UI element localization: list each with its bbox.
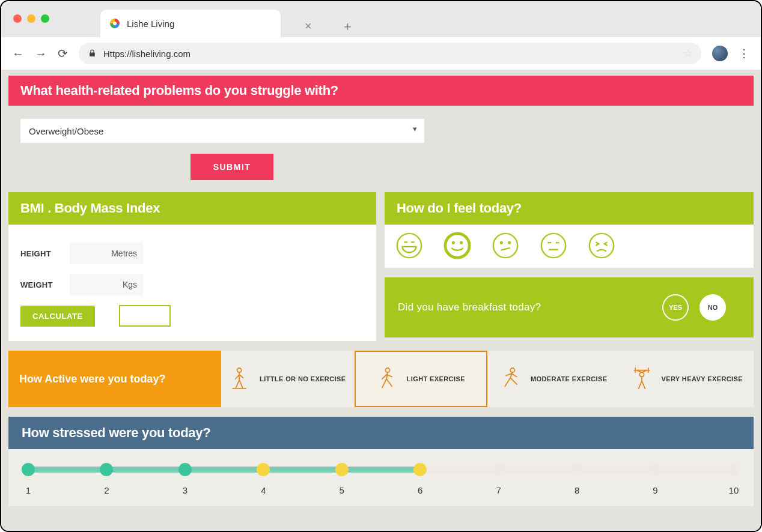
browser-window: Lishe Living × + ← → ⟳ Https://lishelivi…: [0, 0, 762, 532]
browser-tabbar: Lishe Living × +: [1, 1, 761, 37]
svg-point-8: [508, 242, 510, 244]
back-icon[interactable]: ←: [12, 47, 24, 61]
stress-dot-9[interactable]: [649, 463, 662, 476]
weight-input[interactable]: [70, 274, 143, 295]
stress-label-1: 1: [22, 485, 35, 495]
activity-card: How Active were you today? LITTLE OR NO …: [8, 351, 754, 407]
window-maximize-icon[interactable]: [41, 14, 49, 23]
stress-dot-7[interactable]: [492, 463, 505, 476]
url-text: Https://lisheliving.com: [103, 49, 190, 59]
tab-title: Lishe Living: [127, 19, 174, 29]
breakfast-question: Did you have breakfast today?: [398, 301, 651, 313]
health-problems-heading: What health-related problems do you stru…: [8, 76, 754, 106]
stress-dot-6[interactable]: [413, 463, 427, 476]
stress-card: How stressed were you today? 12345678910: [8, 417, 754, 506]
page-content: What health-related problems do you stru…: [1, 70, 761, 531]
health-condition-select[interactable]: Overweight/Obese: [20, 119, 424, 143]
stress-heading: How stressed were you today?: [8, 417, 754, 449]
stress-label-3: 3: [178, 485, 192, 495]
activity-heading: How Active were you today?: [8, 351, 221, 407]
mood-happy-icon[interactable]: [443, 232, 471, 259]
activity-option-light[interactable]: LIGHT EXERCISE: [355, 351, 488, 407]
address-bar[interactable]: Https://lisheliving.com ☆: [79, 43, 701, 64]
tab-close-icon[interactable]: ×: [305, 19, 312, 33]
person-running-icon: [501, 367, 522, 391]
breakfast-no-button[interactable]: NO: [700, 294, 726, 321]
svg-point-18: [640, 372, 644, 376]
activity-option-none[interactable]: LITTLE OR NO EXERCISE: [221, 351, 355, 407]
activity-option-label: MODERATE EXERCISE: [531, 375, 608, 382]
bmi-heading: BMI . Body Mass Index: [8, 192, 376, 225]
stress-dot-10[interactable]: [727, 463, 740, 476]
stress-label-9: 9: [649, 485, 662, 495]
svg-point-6: [493, 234, 517, 258]
stress-label-10: 10: [727, 485, 740, 495]
breakfast-yes-button[interactable]: YES: [662, 294, 689, 321]
bmi-result-box: [119, 305, 171, 327]
person-walking-icon: [377, 367, 398, 391]
weight-label: WEIGHT: [20, 280, 61, 289]
reload-icon[interactable]: ⟳: [58, 46, 68, 61]
svg-point-3: [445, 234, 469, 258]
stress-label-4: 4: [257, 485, 270, 495]
stress-dot-5[interactable]: [335, 463, 349, 476]
stress-label-5: 5: [335, 485, 349, 495]
submit-button[interactable]: SUBMIT: [190, 154, 274, 180]
active-tab[interactable]: Lishe Living: [100, 10, 281, 37]
stress-label-6: 6: [413, 485, 427, 495]
svg-point-0: [397, 234, 421, 258]
kebab-menu-icon[interactable]: ⋮: [739, 47, 750, 60]
stress-dot-2[interactable]: [100, 463, 113, 476]
mood-card: How do I feel today?: [385, 192, 754, 268]
stress-dot-8[interactable]: [570, 463, 584, 476]
chrome-favicon-icon: [110, 19, 120, 28]
stress-dot-1[interactable]: [22, 463, 35, 476]
health-problems-body: Overweight/Obese SUBMIT: [8, 106, 754, 185]
svg-point-16: [385, 368, 389, 372]
activity-option-label: VERY HEAVY EXERCISE: [661, 375, 743, 382]
stress-dot-3[interactable]: [178, 463, 192, 476]
activity-option-moderate[interactable]: MODERATE EXERCISE: [487, 351, 621, 407]
svg-point-14: [590, 234, 614, 258]
bmi-card: BMI . Body Mass Index HEIGHT WEIGHT CALC…: [8, 192, 376, 341]
stress-dot-4[interactable]: [257, 463, 270, 476]
forward-icon[interactable]: →: [35, 47, 47, 61]
window-minimize-icon[interactable]: [27, 14, 35, 23]
svg-point-7: [501, 242, 502, 244]
height-label: HEIGHT: [20, 249, 61, 258]
person-standing-icon: [230, 367, 251, 391]
profile-avatar[interactable]: [712, 46, 728, 61]
height-input[interactable]: [70, 243, 143, 264]
activity-option-label: LITTLE OR NO EXERCISE: [260, 375, 346, 382]
health-problems-card: What health-related problems do you stru…: [8, 76, 754, 185]
browser-toolbar: ← → ⟳ Https://lisheliving.com ☆ ⋮: [1, 37, 761, 70]
breakfast-card: Did you have breakfast today? YES NO: [385, 277, 754, 337]
mood-neutral-icon[interactable]: [492, 232, 519, 259]
mood-very-happy-icon[interactable]: [395, 232, 423, 259]
svg-point-17: [510, 368, 514, 372]
calculate-button[interactable]: CALCULATE: [20, 306, 95, 327]
mood-sad-icon[interactable]: [588, 232, 615, 259]
activity-option-heavy[interactable]: VERY HEAVY EXERCISE: [621, 351, 754, 407]
person-weightlifting-icon: [631, 367, 653, 391]
new-tab-icon[interactable]: +: [344, 19, 352, 35]
svg-point-4: [453, 242, 454, 244]
mood-meh-icon[interactable]: [540, 232, 567, 259]
svg-line-9: [501, 248, 510, 250]
bookmark-star-icon[interactable]: ☆: [683, 47, 693, 60]
svg-point-5: [460, 242, 462, 244]
svg-point-10: [541, 234, 565, 258]
mood-heading: How do I feel today?: [385, 192, 754, 225]
activity-option-label: LIGHT EXERCISE: [407, 375, 465, 382]
stress-label-8: 8: [570, 485, 584, 495]
window-close-icon[interactable]: [13, 14, 22, 23]
stress-slider[interactable]: [22, 465, 740, 474]
stress-label-2: 2: [100, 485, 113, 495]
window-controls: [13, 14, 49, 23]
stress-label-7: 7: [492, 485, 505, 495]
lock-icon: [88, 49, 96, 59]
svg-point-15: [237, 368, 242, 372]
